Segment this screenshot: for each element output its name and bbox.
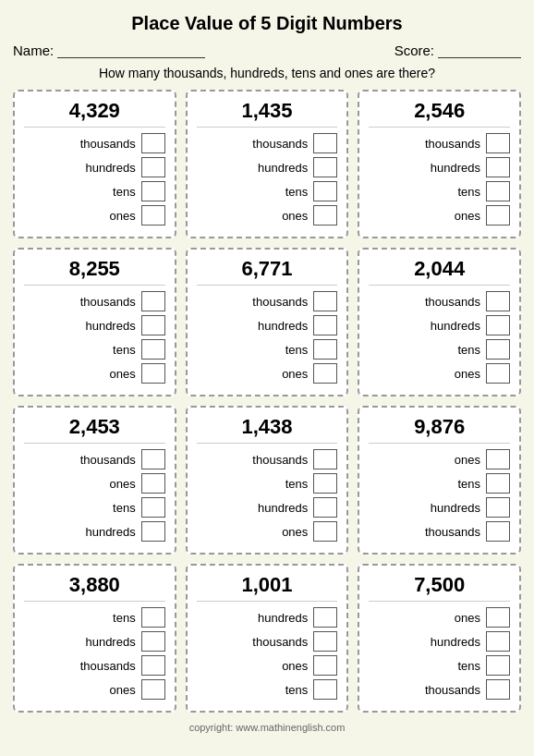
answer-box-7-2[interactable] bbox=[313, 497, 337, 518]
place-row-6-1: ones bbox=[24, 473, 165, 494]
score-field-group: Score: bbox=[394, 42, 521, 58]
answer-box-8-1[interactable] bbox=[486, 473, 510, 494]
place-label-0-2: tens bbox=[24, 185, 141, 199]
answer-box-8-2[interactable] bbox=[486, 497, 510, 518]
answer-box-9-0[interactable] bbox=[141, 607, 165, 628]
place-row-0-0: thousands bbox=[24, 133, 165, 153]
place-label-0-1: hundreds bbox=[24, 161, 141, 175]
answer-box-6-3[interactable] bbox=[141, 521, 165, 542]
card-number-7: 1,438 bbox=[197, 415, 338, 444]
answer-box-10-0[interactable] bbox=[313, 607, 337, 628]
place-label-6-1: ones bbox=[24, 477, 141, 491]
place-row-9-0: tens bbox=[24, 607, 165, 628]
answer-box-2-1[interactable] bbox=[486, 157, 510, 177]
place-label-6-2: tens bbox=[24, 501, 141, 515]
answer-box-7-1[interactable] bbox=[313, 473, 337, 494]
answer-box-4-0[interactable] bbox=[313, 291, 337, 311]
card-number-2: 2,546 bbox=[369, 99, 510, 128]
place-label-1-3: ones bbox=[197, 209, 314, 223]
answer-box-5-1[interactable] bbox=[486, 315, 510, 335]
card-number-10: 1,001 bbox=[197, 573, 338, 602]
answer-box-2-2[interactable] bbox=[486, 181, 510, 201]
answer-box-0-0[interactable] bbox=[141, 133, 165, 153]
answer-box-0-2[interactable] bbox=[141, 181, 165, 201]
answer-box-3-3[interactable] bbox=[141, 363, 165, 384]
answer-box-5-2[interactable] bbox=[486, 339, 510, 360]
place-row-8-0: ones bbox=[369, 449, 510, 469]
card-11: 7,500oneshundredstensthousands bbox=[358, 564, 521, 713]
place-row-10-2: ones bbox=[197, 655, 338, 676]
place-label-10-3: tens bbox=[197, 683, 314, 697]
answer-box-1-1[interactable] bbox=[313, 157, 337, 177]
card-7: 1,438thousandstenshundredsones bbox=[186, 406, 349, 555]
answer-box-8-3[interactable] bbox=[486, 521, 510, 542]
place-row-1-2: tens bbox=[197, 181, 338, 201]
answer-box-9-1[interactable] bbox=[141, 631, 165, 652]
answer-box-2-0[interactable] bbox=[486, 133, 510, 153]
place-label-7-3: ones bbox=[197, 525, 314, 539]
name-input[interactable] bbox=[57, 42, 205, 58]
answer-box-7-0[interactable] bbox=[313, 449, 337, 469]
answer-box-10-1[interactable] bbox=[313, 631, 337, 652]
place-label-5-1: hundreds bbox=[369, 319, 486, 333]
place-row-4-1: hundreds bbox=[197, 315, 338, 335]
place-row-11-2: tens bbox=[369, 655, 510, 676]
answer-box-11-3[interactable] bbox=[486, 679, 510, 700]
place-label-1-1: hundreds bbox=[197, 161, 314, 175]
name-field-group: Name: bbox=[13, 42, 205, 58]
answer-box-5-0[interactable] bbox=[486, 291, 510, 311]
card-number-0: 4,329 bbox=[24, 99, 165, 128]
answer-box-5-3[interactable] bbox=[486, 363, 510, 384]
answer-box-3-2[interactable] bbox=[141, 339, 165, 360]
card-8: 9,876onestenshundredsthousands bbox=[358, 406, 521, 555]
question-text: How many thousands, hundreds, tens and o… bbox=[13, 66, 521, 80]
answer-box-6-1[interactable] bbox=[141, 473, 165, 494]
place-label-11-3: thousands bbox=[369, 683, 486, 697]
answer-box-7-3[interactable] bbox=[313, 521, 337, 542]
answer-box-1-2[interactable] bbox=[313, 181, 337, 201]
card-number-11: 7,500 bbox=[369, 573, 510, 602]
answer-box-6-0[interactable] bbox=[141, 449, 165, 469]
answer-box-10-2[interactable] bbox=[313, 655, 337, 676]
card-6: 2,453thousandsonestenshundreds bbox=[13, 406, 176, 555]
card-number-3: 8,255 bbox=[24, 257, 165, 286]
answer-box-11-0[interactable] bbox=[486, 607, 510, 628]
place-label-4-2: tens bbox=[197, 343, 314, 357]
answer-box-1-0[interactable] bbox=[313, 133, 337, 153]
answer-box-9-2[interactable] bbox=[141, 655, 165, 676]
place-label-1-0: thousands bbox=[197, 137, 314, 151]
place-label-7-1: tens bbox=[197, 477, 314, 491]
answer-box-3-0[interactable] bbox=[141, 291, 165, 311]
answer-box-4-1[interactable] bbox=[313, 315, 337, 335]
place-label-11-2: tens bbox=[369, 659, 486, 673]
place-row-4-3: ones bbox=[197, 363, 338, 384]
answer-box-3-1[interactable] bbox=[141, 315, 165, 335]
page-title: Place Value of 5 Digit Numbers bbox=[13, 13, 521, 34]
place-row-6-2: tens bbox=[24, 497, 165, 518]
score-input[interactable] bbox=[438, 42, 521, 58]
answer-box-4-3[interactable] bbox=[313, 363, 337, 384]
answer-box-2-3[interactable] bbox=[486, 205, 510, 226]
place-label-0-0: thousands bbox=[24, 137, 141, 151]
answer-box-11-2[interactable] bbox=[486, 655, 510, 676]
place-row-2-0: thousands bbox=[369, 133, 510, 153]
place-row-9-1: hundreds bbox=[24, 631, 165, 652]
place-row-5-2: tens bbox=[369, 339, 510, 360]
answer-box-4-2[interactable] bbox=[313, 339, 337, 360]
answer-box-6-2[interactable] bbox=[141, 497, 165, 518]
answer-box-8-0[interactable] bbox=[486, 449, 510, 469]
answer-box-10-3[interactable] bbox=[313, 679, 337, 700]
name-score-row: Name: Score: bbox=[13, 42, 521, 58]
name-label: Name: bbox=[13, 43, 54, 58]
place-label-8-0: ones bbox=[369, 453, 486, 467]
answer-box-1-3[interactable] bbox=[313, 205, 337, 226]
place-label-5-0: thousands bbox=[369, 295, 486, 309]
place-row-1-3: ones bbox=[197, 205, 338, 226]
place-label-3-0: thousands bbox=[24, 295, 141, 309]
answer-box-0-3[interactable] bbox=[141, 205, 165, 226]
answer-box-9-3[interactable] bbox=[141, 679, 165, 700]
answer-box-11-1[interactable] bbox=[486, 631, 510, 652]
card-10: 1,001hundredsthousandsonestens bbox=[186, 564, 349, 713]
card-2: 2,546thousandshundredstensones bbox=[358, 90, 521, 238]
answer-box-0-1[interactable] bbox=[141, 157, 165, 177]
